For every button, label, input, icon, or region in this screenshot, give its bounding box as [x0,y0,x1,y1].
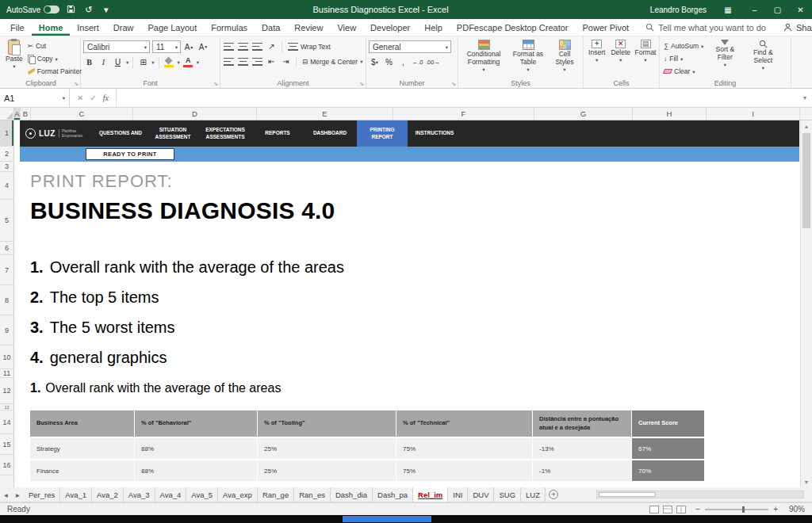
page-break-view-icon[interactable] [676,506,686,513]
vertical-scroll-thumb[interactable] [802,133,810,228]
row-header-12[interactable]: 12 [0,378,13,404]
row-header-13[interactable]: 13 [0,404,13,410]
nav-item-reports[interactable]: REPORTS [252,120,303,147]
font-color-caret-icon[interactable]: ▾ [197,60,199,64]
ribbon-tab-insert[interactable]: Insert [70,19,106,36]
vertical-scrollbar[interactable]: ▲ ▼ [800,120,812,487]
delete-cells-button[interactable]: ✕ Delete ▾ [609,39,632,78]
comma-style-button[interactable]: , [397,56,409,68]
sheet-tab-ava-5[interactable]: Ava_5 [186,487,218,502]
orientation-button[interactable]: ↗ [266,40,278,52]
minimize-button[interactable]: – [743,0,766,19]
font-size-select[interactable]: 11▾ [152,40,181,53]
sheet-tab-ava-1[interactable]: Ava_1 [60,487,92,502]
table-cell[interactable]: 88% [135,460,258,481]
sheet-tab-dash-dia[interactable]: Dash_dia [331,487,373,502]
column-header-f[interactable]: F [393,108,534,120]
table-cell[interactable]: Strategy [30,438,135,459]
table-cell[interactable]: 25% [258,460,396,481]
row-header-16[interactable]: 16 [0,455,13,475]
scroll-up-icon[interactable]: ▲ [801,120,812,132]
underline-caret-icon[interactable]: ▾ [126,60,128,64]
sheet-tab-duv[interactable]: DUV [468,487,494,502]
table-cell[interactable]: -1% [533,460,632,481]
decrease-indent-button[interactable]: ⇤ [266,55,278,67]
underline-button[interactable]: U [112,56,124,68]
normal-view-icon[interactable] [649,506,659,513]
save-icon[interactable] [66,5,76,15]
copy-button[interactable]: Copy▾ [26,53,83,64]
align-right-button[interactable] [251,55,263,67]
insert-function-icon[interactable]: fx [103,94,109,102]
table-cell[interactable]: 75% [396,438,533,459]
scroll-down-icon[interactable]: ▼ [801,476,812,487]
table-cell[interactable]: 25% [258,438,396,459]
column-header-g[interactable]: G [534,108,633,120]
row-header-1[interactable]: 1 [0,120,13,147]
font-name-select[interactable]: Calibri▾ [83,40,150,53]
ribbon-tab-power-pivot[interactable]: Power Pivot [575,19,636,36]
zoom-percent[interactable]: 90% [783,505,805,513]
format-cells-button[interactable]: ▤ Format ▾ [634,39,657,78]
number-dialog-launcher-icon[interactable]: ⇘ [451,81,456,86]
sheet-tab-per-res[interactable]: Per_res [24,487,60,502]
name-box[interactable]: A1 ▾ [0,89,70,107]
table-cell[interactable]: 75% [396,460,533,481]
italic-button[interactable]: I [98,56,109,68]
new-sheet-button[interactable]: + [546,487,561,502]
accounting-format-button[interactable]: $▾ [369,56,381,68]
horizontal-scrollbar[interactable] [596,491,804,498]
row-header-9[interactable]: 9 [0,315,13,345]
sheet-tab-luz[interactable]: LUZ [521,487,546,502]
row-header-3[interactable]: 3 [0,162,13,172]
zoom-slider-thumb[interactable] [742,506,745,513]
middle-align-button[interactable] [237,40,249,52]
sort-filter-button[interactable]: Sort & Filter ▾ [707,39,743,78]
tell-me-box[interactable]: Tell me what you want to do [639,19,772,36]
sheet-tab-sug[interactable]: SUG [494,487,521,502]
wrap-text-button[interactable]: Wrap Text [286,41,332,52]
row-header-10[interactable]: 10 [0,345,13,369]
ribbon-tab-formulas[interactable]: Formulas [204,19,255,36]
ribbon-display-options-icon[interactable]: ▦ [719,6,737,14]
sheet-tab-ava-3[interactable]: Ava_3 [124,487,155,502]
borders-button[interactable]: ⊞ [137,56,149,68]
cancel-formula-icon[interactable]: ✕ [77,94,83,102]
insert-cells-button[interactable]: + Insert ▾ [586,39,607,78]
column-header-i[interactable]: I [707,108,800,120]
row-header-11[interactable]: 11 [0,369,13,378]
row-header-2[interactable]: 2 [0,147,13,162]
bottom-align-button[interactable] [251,40,263,52]
align-left-button[interactable] [223,55,235,67]
ribbon-tab-developer[interactable]: Developer [363,19,417,36]
column-header-d[interactable]: D [133,108,257,120]
paste-button[interactable]: Paste ▾ [4,39,25,78]
formula-bar-expand-icon[interactable]: ▾ [798,89,812,107]
ready-to-print-button[interactable]: READY TO PRINT [86,148,174,160]
column-header-b[interactable]: B [21,108,31,120]
zoom-slider[interactable] [705,509,768,510]
increase-font-size-button[interactable]: A▲ [183,41,195,53]
select-all-corner[interactable] [0,108,14,120]
find-select-button[interactable]: Find & Select ▾ [745,39,781,78]
sheet-tab-ini[interactable]: INI [448,487,468,502]
conditional-formatting-button[interactable]: Conditional Formatting ▾ [461,39,507,78]
table-cell[interactable]: 70% [632,460,704,481]
cut-button[interactable]: ✂Cut [26,40,83,52]
ribbon-tab-page-layout[interactable]: Page Layout [140,19,204,36]
formula-input[interactable] [117,89,798,107]
borders-caret-icon[interactable]: ▾ [151,60,154,64]
nav-item-dashboard[interactable]: DASHBOARD [304,120,355,147]
increase-decimal-button[interactable]: ←.0 [412,56,423,68]
sheet-tab-ran-ge[interactable]: Ran_ge [258,487,294,502]
page-layout-view-icon[interactable] [663,506,672,513]
sheet-tab-rel-im[interactable]: Rel_im [413,487,448,502]
ribbon-tab-data[interactable]: Data [255,19,287,36]
fill-button[interactable]: ↓Fill▾ [662,53,705,64]
cell-styles-button[interactable]: Cell Styles ▾ [550,39,580,78]
bold-button[interactable]: B [83,56,95,68]
share-button[interactable]: Share [772,19,812,36]
ribbon-tab-view[interactable]: View [330,19,363,36]
clipboard-dialog-launcher-icon[interactable]: ⇘ [74,81,79,86]
ribbon-tab-draw[interactable]: Draw [106,19,141,36]
